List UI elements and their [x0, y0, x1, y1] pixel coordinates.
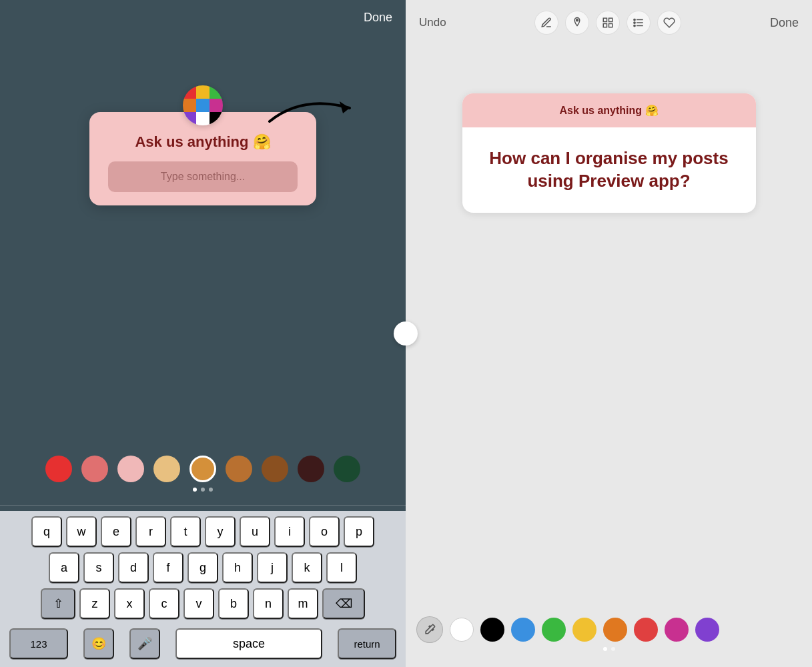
undo-button[interactable]: Undo: [419, 16, 446, 29]
key-c[interactable]: c: [149, 588, 179, 619]
grid-logo-icon: [183, 85, 223, 125]
list-tool-icon[interactable]: [627, 11, 651, 35]
svg-rect-3: [609, 18, 613, 21]
key-l[interactable]: l: [326, 552, 357, 583]
color-dot-left-7[interactable]: [298, 456, 324, 482]
key-z[interactable]: z: [79, 588, 110, 619]
svg-point-11: [634, 25, 635, 26]
key-f[interactable]: f: [153, 552, 183, 583]
key-a[interactable]: a: [49, 552, 79, 583]
key-h[interactable]: h: [222, 552, 253, 583]
color-dot-left-8[interactable]: [334, 456, 360, 482]
color-pagination: [13, 488, 392, 492]
color-dot-left-2[interactable]: [117, 456, 144, 482]
key-w[interactable]: w: [66, 516, 97, 547]
key-v[interactable]: v: [183, 588, 214, 619]
color-dots-row: [13, 456, 392, 482]
color-dot-right-6[interactable]: [634, 618, 658, 642]
key-m[interactable]: m: [288, 588, 318, 619]
right-bottom-bar: [406, 608, 812, 667]
color-dot-right-0[interactable]: [450, 618, 474, 642]
keyboard-row-1: qwertyuiop: [3, 516, 403, 547]
color-dot-left-6[interactable]: [262, 456, 288, 482]
right-panel: Undo: [406, 0, 812, 667]
key-d[interactable]: d: [118, 552, 149, 583]
key-o[interactable]: o: [309, 516, 340, 547]
right-top-bar: Undo: [406, 0, 812, 40]
keyboard: qwertyuiop asdfghjkl ⇧zxcvbnm⌫ 123 😊 🎤 s…: [0, 511, 406, 667]
left-panel: Done Ask us anything 🤗 Type something...: [0, 0, 406, 667]
done-button-left[interactable]: Done: [364, 11, 392, 25]
toolbar-icons: [534, 11, 681, 35]
pagination-dot-3: [209, 488, 213, 492]
keyboard-row-3: ⇧zxcvbnm⌫: [3, 588, 403, 619]
key-k[interactable]: k: [292, 552, 322, 583]
svg-marker-0: [340, 101, 350, 113]
sticker-title-left: Ask us anything 🤗: [108, 133, 298, 151]
key-b[interactable]: b: [218, 588, 249, 619]
space-key[interactable]: space: [175, 628, 322, 659]
eyedropper-button[interactable]: [416, 616, 443, 643]
right-color-row: [416, 616, 801, 643]
right-pag-dot-1: [603, 647, 607, 651]
svg-point-10: [634, 22, 635, 23]
color-dot-left-3[interactable]: [153, 456, 180, 482]
right-sticker-question: How can I organise my posts using Previe…: [478, 147, 740, 193]
key-u[interactable]: u: [240, 516, 270, 547]
color-dot-left-0[interactable]: [45, 456, 72, 482]
marker-tool-icon[interactable]: [565, 11, 589, 35]
arrow-icon: [263, 81, 370, 135]
key-n[interactable]: n: [253, 588, 284, 619]
keyboard-row-2: asdfghjkl: [3, 552, 403, 583]
drag-handle[interactable]: [394, 321, 418, 346]
color-picker-area: [0, 448, 406, 500]
key-q[interactable]: q: [31, 516, 62, 547]
heart-tool-icon[interactable]: [657, 11, 681, 35]
svg-rect-5: [609, 24, 613, 27]
shift-key[interactable]: ⇧: [41, 588, 75, 619]
color-dot-right-5[interactable]: [603, 618, 627, 642]
key-t[interactable]: t: [170, 516, 201, 547]
color-dot-left-1[interactable]: [81, 456, 108, 482]
key-e[interactable]: e: [101, 516, 131, 547]
sticker-area: Ask us anything 🤗 Type something...: [0, 30, 406, 448]
color-dot-right-1[interactable]: [480, 618, 504, 642]
numbers-key[interactable]: 123: [9, 628, 68, 659]
key-j[interactable]: j: [257, 552, 288, 583]
key-r[interactable]: r: [135, 516, 166, 547]
emoji-key[interactable]: 😊: [83, 628, 114, 659]
divider: [0, 505, 406, 506]
done-button-right[interactable]: Done: [770, 16, 799, 30]
return-key[interactable]: return: [338, 628, 396, 659]
color-dot-left-5[interactable]: [226, 456, 252, 482]
key-g[interactable]: g: [187, 552, 218, 583]
sticker-input-placeholder[interactable]: Type something...: [108, 161, 298, 192]
right-pagination: [416, 647, 801, 651]
left-top-bar: Done: [0, 0, 406, 30]
key-p[interactable]: p: [344, 516, 374, 547]
right-sticker-body: How can I organise my posts using Previe…: [462, 127, 756, 213]
pen-tool-icon[interactable]: [534, 11, 558, 35]
svg-point-9: [634, 19, 635, 20]
color-dot-left-4[interactable]: [189, 456, 216, 482]
color-dot-right-3[interactable]: [542, 618, 566, 642]
key-x[interactable]: x: [114, 588, 145, 619]
color-dot-right-2[interactable]: [511, 618, 535, 642]
svg-point-1: [576, 19, 578, 21]
grid-tool-icon[interactable]: [596, 11, 620, 35]
pagination-dot-2: [201, 488, 205, 492]
backspace-key[interactable]: ⌫: [322, 588, 365, 619]
right-sticker-title: Ask us anything 🤗: [476, 104, 743, 117]
right-content: Ask us anything 🤗 How can I organise my …: [406, 40, 812, 608]
color-dot-right-7[interactable]: [665, 618, 689, 642]
color-dot-right-4[interactable]: [572, 618, 596, 642]
right-sticker-card[interactable]: Ask us anything 🤗 How can I organise my …: [462, 93, 756, 213]
svg-rect-4: [604, 24, 607, 27]
svg-rect-2: [604, 18, 607, 21]
mic-key[interactable]: 🎤: [129, 628, 160, 659]
key-i[interactable]: i: [274, 516, 305, 547]
key-s[interactable]: s: [83, 552, 114, 583]
key-y[interactable]: y: [205, 516, 236, 547]
pagination-dot-1: [193, 488, 197, 492]
color-dot-right-8[interactable]: [695, 618, 719, 642]
